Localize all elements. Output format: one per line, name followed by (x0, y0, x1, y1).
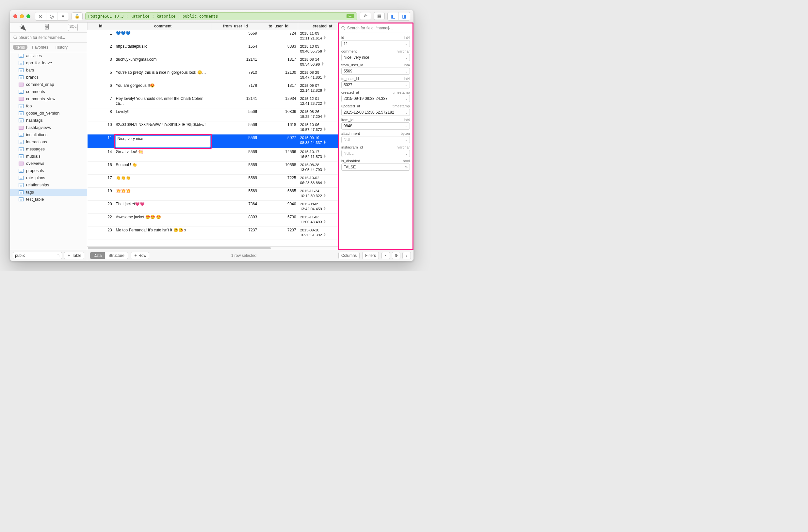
table-row[interactable]: 1💙💙💙55697242015-11-0921:11:21.614▲▼2015-… (88, 30, 338, 43)
loc-badge: loc (347, 14, 354, 18)
column-header-from_user_id[interactable]: from_user_id (212, 22, 259, 30)
sidebar-tab-history[interactable]: History (53, 45, 70, 50)
sidebar-item-label: rate_plans (26, 176, 45, 180)
sidebar-item-tags[interactable]: tags (10, 189, 87, 196)
socket-icon[interactable]: 🔌 (19, 24, 26, 31)
database-icon[interactable]: 🗄 (44, 24, 50, 31)
cell-editor[interactable]: Nice, very nice (116, 135, 210, 147)
table-row[interactable]: 7Hey lovely! You should def. enter the C… (88, 95, 338, 108)
sidebar-tab-favorites[interactable]: Favorites (30, 45, 51, 50)
inspector-fields: idint411⌄commentvarcharNice, very nice⌄f… (339, 33, 412, 249)
column-header-to_user_id[interactable]: to_user_id (259, 22, 298, 30)
field-input-updated_at[interactable]: 2015-12-08 15:30:52.572182⌄ (341, 109, 410, 116)
titlebar: ⊗ ◎ ▾ 🔒 PostgreSQL 10.3 : Katonice : kat… (10, 10, 414, 22)
sidebar-item-comment_snap[interactable]: comment_snap (10, 81, 87, 88)
grid-mode-button[interactable]: ▦ (374, 12, 385, 20)
reveal-button[interactable]: ◎ (47, 13, 57, 20)
table-row[interactable]: 17👏👏👏556972252015-10-0206:23:38.884▲▼201… (88, 175, 338, 188)
chevron-down-icon: ⌄ (405, 42, 408, 46)
table-row[interactable]: 16So cool ! 👏5569105682015-08-2813:05:44… (88, 162, 338, 175)
sidebar-item-activities[interactable]: activities (10, 52, 87, 59)
refresh-button[interactable]: ⟳ (360, 12, 371, 20)
field-input-attachment[interactable]: NULL⌄ (341, 136, 410, 143)
chevron-updown-icon: ⇅ (57, 253, 60, 257)
sidebar-item-mutuals[interactable]: mutuals (10, 153, 87, 160)
add-row-button[interactable]: ＋ Row (131, 252, 149, 259)
zoom-window-icon[interactable] (26, 14, 30, 18)
table-row[interactable]: 22Awesome jacket 😍😍 😍830357302015-11-031… (88, 214, 338, 227)
sidebar-tab-items[interactable]: Items (13, 45, 27, 50)
table-row[interactable]: 14Great video! 💥5569125662015-10-1716:52… (88, 149, 338, 162)
sidebar-item-label: test_table (26, 197, 44, 202)
horizontal-scrollbar[interactable] (87, 246, 338, 250)
sidebar-item-interactions[interactable]: interactions (10, 138, 87, 146)
field-input-item_id[interactable]: 9848⌄ (341, 122, 410, 130)
sidebar-item-bars[interactable]: bars (10, 66, 87, 74)
table-row[interactable]: 6You are gorgeous !!😍717813172015-09-072… (88, 82, 338, 95)
table-row[interactable]: 19💥💥💥556956652015-11-2410:12:39.322▲▼201… (88, 188, 338, 201)
prev-button[interactable]: ‹ (382, 252, 390, 259)
sidebar-item-hashtags[interactable]: hashtags (10, 117, 87, 124)
table-row[interactable]: 8Lovely!!!5569108062015-08-2618:28:47.20… (88, 108, 338, 121)
field-attachment: attachmentbyteaNULL⌄ (341, 132, 410, 143)
table-row[interactable]: 23Me too Fernanda! It's cute isn't it 😊😘… (88, 227, 338, 240)
columns-button[interactable]: Columns (338, 252, 360, 259)
sidebar-search-input[interactable] (13, 34, 84, 41)
add-table-button[interactable]: ＋ Table (64, 252, 84, 259)
table-row[interactable]: 5You're so pretty, this is a nice ni gor… (88, 69, 338, 82)
close-window-icon[interactable] (13, 14, 17, 18)
table-icon (19, 133, 23, 137)
schema-select[interactable]: public ⇅ (13, 252, 62, 259)
sidebar-item-rate_plans[interactable]: rate_plans (10, 174, 87, 182)
sidebar-item-messages[interactable]: messages (10, 146, 87, 153)
sidebar-item-foo[interactable]: foo (10, 102, 87, 110)
breadcrumb[interactable]: PostgreSQL 10.3 : Katonice : katonice : … (85, 13, 357, 20)
toggle-right-panel-icon[interactable]: ◨ (399, 13, 410, 20)
inspector-search-input[interactable] (341, 25, 410, 31)
sidebar-item-relationships[interactable]: relationships (10, 182, 87, 189)
table-row[interactable]: 10$2a$10$HZLN88PNuWWi4ZuS91lb8dR98ljt0kb… (88, 121, 338, 134)
sidebar-list[interactable]: activitiesapp_for_leavebarsbrandscomment… (10, 52, 87, 250)
dropdown-button[interactable]: ▾ (57, 13, 69, 20)
sidebar-item-installations[interactable]: installations (10, 131, 87, 138)
column-header-comment[interactable]: comment (114, 22, 212, 30)
field-input-instagram_id[interactable]: NULL⌄ (341, 150, 410, 157)
next-button[interactable]: › (402, 252, 411, 259)
sidebar-item-proposals[interactable]: proposals (10, 167, 87, 174)
lock-icon[interactable]: 🔒 (72, 13, 82, 20)
field-input-from_user_id[interactable]: 5569⌄ (341, 68, 410, 75)
sidebar-item-overviews[interactable]: overviews (10, 160, 87, 167)
table-row[interactable]: 2https://tableplus.io165483832015-10-030… (88, 43, 338, 56)
sidebar-item-test_table[interactable]: test_table (10, 196, 87, 203)
table-row[interactable]: 20That jacket💗💗736499402015-08-0513:42:0… (88, 201, 338, 214)
field-created_at: created_attimestamp2015-09-19 08:38:24.3… (341, 90, 410, 102)
table-row[interactable]: 3duchuykun@gmail.com1214113172015-08-140… (88, 56, 338, 69)
table-row[interactable]: 11Nice, very nice556950272015-09-1908:38… (88, 134, 338, 149)
sidebar-item-comments[interactable]: comments (10, 88, 87, 95)
field-input-is_disabled[interactable]: FALSE⇅ (341, 164, 410, 171)
column-header-created_at[interactable]: created_at (298, 22, 338, 30)
sidebar-item-brands[interactable]: brands (10, 74, 87, 81)
field-input-created_at[interactable]: 2015-09-19 08:38:24.337⌄ (341, 95, 410, 102)
field-input-comment[interactable]: Nice, very nice⌄ (341, 54, 410, 61)
sidebar-item-label: comment_snap (26, 82, 54, 87)
sql-icon[interactable]: SQL (68, 24, 78, 31)
sidebar-mode-switcher: 🔌 🗄 SQL (10, 22, 87, 33)
field-input-to_user_id[interactable]: 5027⌄ (341, 81, 410, 89)
filters-button[interactable]: Filters (362, 252, 379, 259)
segment-structure[interactable]: Structure (105, 252, 128, 259)
breadcrumb-text: PostgreSQL 10.3 : Katonice : katonice : … (88, 14, 218, 19)
grid-scroll[interactable]: idcommentfrom_user_idto_user_idcreated_a… (87, 22, 338, 246)
segment-data[interactable]: Data (90, 252, 105, 259)
sidebar-item-label: bars (26, 68, 34, 73)
toggle-left-panel-icon[interactable]: ◧ (388, 13, 399, 20)
column-header-id[interactable]: id (88, 22, 114, 30)
sidebar-item-goose_db_version[interactable]: goose_db_version (10, 110, 87, 117)
sidebar-item-comments_view[interactable]: comments_view (10, 95, 87, 102)
minimize-window-icon[interactable] (20, 14, 24, 18)
stop-button[interactable]: ⊗ (35, 13, 47, 20)
gear-icon[interactable]: ⚙ (392, 252, 400, 259)
sidebar-item-app_for_leave[interactable]: app_for_leave (10, 59, 87, 66)
field-input-id[interactable]: 11⌄ (341, 40, 410, 47)
sidebar-item-hashtagviews[interactable]: hashtagviews (10, 124, 87, 131)
